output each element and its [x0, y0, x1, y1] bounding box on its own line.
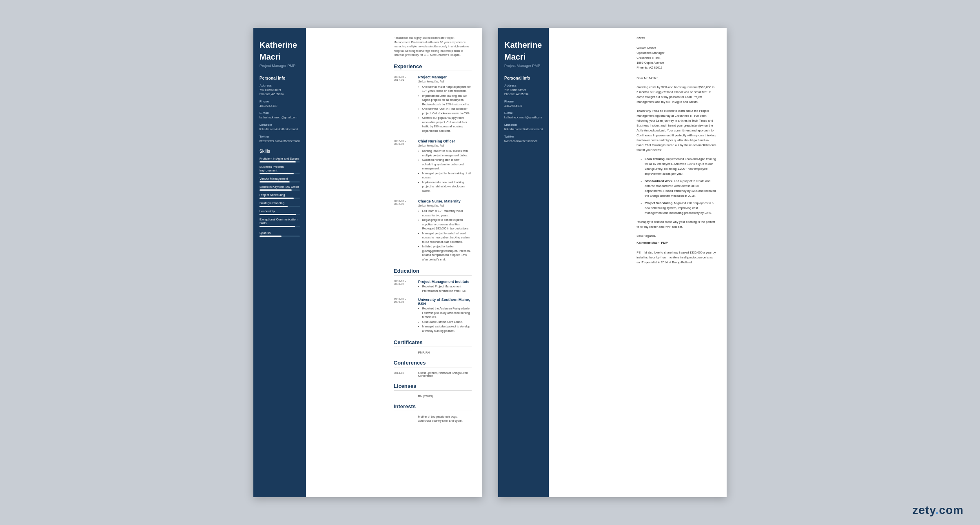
conferences-section: Conferences 2014-10 Guest Speaker, North… [394, 360, 472, 377]
certificates-section: Certificates PMP, RN [394, 339, 472, 354]
bullet: Nursing leader for all 87 nurses with mu… [418, 149, 472, 158]
zety-watermark: zety.com [912, 504, 964, 517]
experience-section: Experience 2006-05 -2017-01 Project Mana… [394, 63, 472, 262]
conferences-heading: Conferences [394, 360, 472, 367]
cl-address-value: 792 Griffin StreetPhoenix, AZ 85034 [504, 88, 543, 96]
resume-intro: Passionate and highly-skilled healthcare… [394, 36, 472, 58]
interest-2: Avid cross country skier and cyclist. [418, 419, 472, 422]
skill-item-1: Proficient in Agile and Scrum [259, 157, 300, 162]
skill-bar-fill-8 [259, 226, 295, 227]
bullet: Managed project to switch all ward nurse… [418, 231, 472, 245]
personal-info-heading: Personal Info [259, 76, 300, 80]
bullet: Implemented a new cost tracking project … [418, 180, 472, 194]
cl-job-title: Project Manager PMP [504, 64, 543, 68]
cl-body: Dear Mr. Motter, Slashing costs by 32% a… [636, 76, 716, 229]
cl-main-content: 3/5/19 William Motter Operations Manager… [626, 28, 727, 497]
cl-name-line1: Katherine [504, 40, 543, 50]
linkedin-label: LinkedIn [259, 123, 300, 127]
cl-bullet-1: Lean Training. Implemented Lean and Agil… [641, 157, 716, 176]
bullet: Received the Andersen Postgraduate Fello… [418, 307, 472, 320]
cl-recipient-title: Operations Manager [636, 51, 664, 55]
skill-item-5: Project Scheduling [259, 193, 300, 199]
job-date-2: 2002-09 -2006-05 [394, 139, 418, 194]
skill-bar-bg-8 [259, 226, 300, 227]
job-entry-2: 2002-09 -2006-05 Chief Nursing Officer S… [394, 139, 472, 194]
skill-bar-bg-5 [259, 198, 300, 199]
skill-item-7: Leadership [259, 209, 300, 215]
cl-name-line2: Macri [504, 52, 543, 62]
skill-bar-fill-1 [259, 161, 296, 162]
cl-signature: Katherine Macri, PMP [636, 240, 716, 245]
skills-heading: Skills [259, 149, 300, 153]
lang-bar-fill [259, 236, 282, 237]
job-bullets-3: Led team of 10+ Maternity Ward nurses fo… [418, 209, 472, 262]
skill-item-2: Business Process Improvement [259, 165, 300, 174]
phone-value: 480-273-4139 [259, 104, 300, 108]
bullet: Graduated Summa Cum Laude. [418, 320, 472, 325]
skill-bar-fill-5 [259, 198, 294, 199]
job-bullets-2: Nursing leader for all 87 nurses with mu… [418, 149, 472, 193]
bullet: Led team of 10+ Maternity Ward nurses fo… [418, 209, 472, 218]
cl-linkedin-label: LinkedIn [504, 123, 543, 127]
job-date-3: 2000-03 -2002-09 [394, 199, 418, 262]
cl-email-value: katherine.k.macri@gmail.com [504, 116, 543, 120]
phone-label: Phone [259, 100, 300, 103]
cl-bullet-3-title: Project Scheduling. [645, 201, 673, 205]
cl-ps: PS—I'd also love to share how I saved $3… [636, 250, 716, 265]
skill-item-3: Vendor Management [259, 177, 300, 182]
skill-name-5: Project Scheduling [259, 193, 300, 197]
skill-name-1: Proficient in Agile and Scrum [259, 157, 300, 160]
interests-section: Interests Mother of two passionate boys.… [394, 403, 472, 422]
edu-bullets-2: Received the Andersen Postgraduate Fello… [418, 307, 472, 333]
job-content-1: Project Manager Seton Hospital, ME Overs… [418, 75, 472, 134]
skill-bar-fill-4 [259, 189, 292, 191]
resume-document: Katherine Macri Project Manager PMP Pers… [253, 28, 482, 497]
edu-bullets-1: Received Project Management Professional… [418, 285, 472, 293]
resume-main-content: Passionate and highly-skilled healthcare… [384, 28, 482, 497]
licenses-value: RN (73829) [418, 395, 472, 398]
edu-entry-1: 2006-10 -2008-07 Project Management Inst… [394, 280, 472, 294]
experience-heading: Experience [394, 63, 472, 71]
cl-twitter-value: twitter.com/katherinemacri [504, 139, 543, 143]
email-value: katherine.k.macri@gmail.com [259, 116, 300, 120]
bullet: Oversaw the "Just in Time Restock" proje… [418, 107, 472, 116]
cl-recipient: William Motter Operations Manager Crossh… [636, 46, 716, 70]
education-heading: Education [394, 268, 472, 276]
cl-bullet-3: Project Scheduling. Migrated 228 employe… [641, 201, 716, 216]
cl-para2: That's why I was so excited to learn abo… [636, 109, 716, 153]
bullet: Switched nursing staff to new scheduling… [418, 158, 472, 171]
certificates-value: PMP, RN [418, 351, 472, 354]
job-title-1: Project Manager [418, 75, 472, 79]
cl-recipient-company: Crosshires IT Inc. [636, 56, 661, 60]
licenses-heading: Licenses [394, 383, 472, 391]
bullet: Oversaw all major hospital projects for … [418, 85, 472, 93]
skill-bar-fill-3 [259, 181, 290, 182]
job-company-3: Seton Hospital, ME [418, 204, 472, 207]
skill-bar-bg-3 [259, 181, 300, 182]
job-date-1: 2006-05 -2017-01 [394, 75, 418, 134]
cl-address-label: Address [504, 84, 543, 87]
address-value: 792 Griffin StreetPhoenix, AZ 85034 [259, 88, 300, 96]
language-spanish: Spanish [259, 231, 300, 235]
cl-linkedin-value: linkedin.com/in/katherinemacri [504, 127, 543, 131]
job-title-2: Chief Nursing Officer [418, 139, 472, 143]
interest-1: Mother of two passionate boys. [418, 415, 472, 418]
cl-recipient-name: William Motter [636, 46, 656, 50]
job-title-3: Charge Nurse, Maternity [418, 199, 472, 203]
skill-name-6: Strategic Planning [259, 201, 300, 205]
coverletter-document: Katherine Macri Project Manager PMP Pers… [498, 28, 727, 497]
bullet: Began project to donate expired supplies… [418, 218, 472, 231]
skill-item-8: Exceptional Communication Skills [259, 218, 300, 227]
interests-heading: Interests [394, 403, 472, 411]
cl-phone-value: 480-273-4139 [504, 104, 543, 108]
page-container: Katherine Macri Project Manager PMP Pers… [253, 28, 727, 497]
cl-closing: Best Regards, [636, 234, 716, 238]
certificates-heading: Certificates [394, 339, 472, 347]
job-company-2: Seton Hospital, ME [418, 144, 472, 147]
cl-para1: Slashing costs by 32% and boosting reven… [636, 85, 716, 105]
cl-name: Katherine Macri [504, 40, 543, 62]
skills-list: Proficient in Agile and Scrum Business P… [259, 157, 300, 227]
education-section: Education 2006-10 -2008-07 Project Manag… [394, 268, 472, 334]
skill-name-2: Business Process Improvement [259, 165, 300, 172]
edu-date-1: 2006-10 -2008-07 [394, 280, 418, 294]
